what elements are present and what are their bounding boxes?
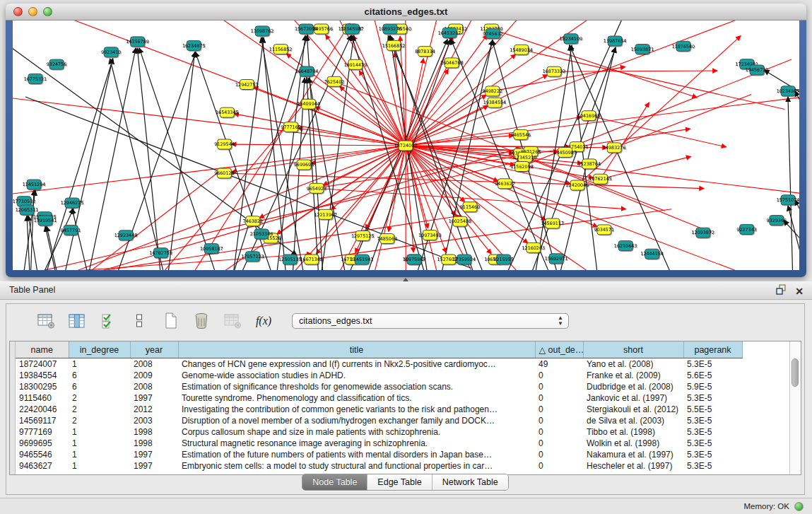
graph-node[interactable]: 12093872 bbox=[692, 228, 715, 238]
table-cell[interactable]: 2 bbox=[69, 415, 130, 426]
table-cell[interactable]: 0 bbox=[535, 370, 583, 381]
table-cell[interactable]: 2 bbox=[69, 404, 130, 415]
table-cell[interactable]: 9777169 bbox=[16, 426, 69, 438]
graph-node[interactable]: 7485063 bbox=[377, 234, 397, 244]
table-cell[interactable]: Estimation of the future numbers of pati… bbox=[178, 449, 535, 460]
table-cell[interactable]: Franke et al. (2009) bbox=[583, 370, 683, 381]
graph-node[interactable]: 16671368 bbox=[300, 255, 324, 264]
table-cell[interactable]: 1997 bbox=[130, 449, 178, 460]
table-row[interactable]: 946362711997Embryonic stem cells: a mode… bbox=[16, 460, 742, 472]
table-cell[interactable]: 1997 bbox=[130, 460, 178, 472]
table-cell[interactable]: Embryonic stem cells: a model to study s… bbox=[178, 460, 535, 472]
network-canvas[interactable]: 1830029594636279115460100254881097349374… bbox=[13, 21, 799, 270]
table-cell[interactable]: 1997 bbox=[130, 392, 178, 404]
graph-node[interactable]: 10234987 bbox=[777, 86, 799, 96]
graph-edge[interactable] bbox=[788, 206, 799, 270]
graph-node[interactable]: 15751074 bbox=[777, 195, 799, 205]
graph-node[interactable]: 10958187 bbox=[200, 244, 223, 254]
table-cell[interactable]: 5.3E-5 bbox=[683, 392, 742, 404]
column-header-in_degree[interactable]: in_degree bbox=[69, 341, 130, 358]
graph-node[interactable]: 9129544 bbox=[214, 139, 234, 149]
table-cell[interactable]: Yano et al. (2008) bbox=[583, 358, 683, 370]
graph-edge[interactable] bbox=[530, 47, 616, 270]
graph-node[interactable]: 12923448 bbox=[114, 230, 138, 240]
table-cell[interactable]: 2008 bbox=[130, 358, 178, 370]
graph-edge[interactable] bbox=[326, 35, 406, 146]
table-cell[interactable]: 9463627 bbox=[16, 460, 69, 472]
column-header-title[interactable]: title bbox=[178, 341, 535, 358]
select-rows-button[interactable] bbox=[98, 311, 118, 331]
table-cell[interactable]: Wolkin et al. (1998) bbox=[583, 438, 683, 449]
table-cell[interactable]: 5.3E-5 bbox=[683, 438, 742, 449]
table-cell[interactable]: 1 bbox=[69, 460, 130, 472]
graph-node[interactable]: 7625402 bbox=[324, 76, 344, 86]
table-cell[interactable]: 18724007 bbox=[16, 358, 69, 370]
graph-node[interactable]: 9034571 bbox=[594, 225, 614, 235]
table-cell[interactable]: Jankovic et al. (1997) bbox=[583, 392, 683, 404]
graph-edge[interactable] bbox=[232, 144, 406, 146]
table-cell[interactable]: Nakamura et al. (1997) bbox=[583, 449, 683, 460]
graph-node[interactable]: 9329366 bbox=[767, 216, 787, 226]
graph-node[interactable]: 9463627 bbox=[495, 179, 514, 189]
table-cell[interactable]: 0 bbox=[535, 404, 583, 415]
graph-edge[interactable] bbox=[554, 71, 717, 71]
table-cell[interactable]: 49 bbox=[535, 358, 583, 370]
delete-table-button[interactable] bbox=[223, 311, 242, 331]
network-window-titlebar[interactable]: citations_edges.txt bbox=[6, 4, 806, 21]
graph-edge[interactable] bbox=[64, 59, 113, 270]
table-cell[interactable]: 5.6E-5 bbox=[683, 370, 742, 381]
table-row[interactable]: 946554611997Estimation of the future num… bbox=[16, 449, 742, 460]
graph-node[interactable]: 7463822 bbox=[243, 216, 263, 226]
graph-edge[interactable] bbox=[311, 146, 406, 163]
graph-node[interactable]: 18234109 bbox=[560, 34, 583, 44]
table-cell[interactable]: Investigating the contribution of common… bbox=[178, 404, 535, 415]
graph-node[interactable]: 16648784 bbox=[295, 66, 319, 76]
close-button[interactable] bbox=[13, 7, 23, 16]
table-cell[interactable]: 1 bbox=[69, 449, 130, 460]
table-row[interactable]: 977716911998Corpus callosum shape and si… bbox=[16, 426, 742, 438]
graph-edge[interactable] bbox=[13, 98, 406, 146]
table-cell[interactable]: 2009 bbox=[130, 370, 178, 381]
graph-edge[interactable] bbox=[522, 49, 785, 109]
graph-edge[interactable] bbox=[795, 91, 799, 117]
table-cell[interactable]: 18300295 bbox=[16, 381, 69, 392]
table-cell[interactable]: 1998 bbox=[130, 426, 178, 438]
graph-edge[interactable] bbox=[795, 200, 799, 227]
graph-node[interactable]: 9699695 bbox=[294, 160, 314, 170]
column-header-out_degree[interactable]: △ out_de… bbox=[535, 341, 583, 358]
graph-edge[interactable] bbox=[406, 95, 486, 146]
graph-node[interactable]: 13987654 bbox=[604, 36, 627, 46]
table-row[interactable]: 1872400712008Changes of HCN gene express… bbox=[16, 358, 742, 370]
table-row[interactable]: 1830029562008Estimation of significance … bbox=[16, 381, 742, 392]
graph-node[interactable]: 8878334 bbox=[415, 47, 435, 57]
graph-node[interactable]: 9115460 bbox=[460, 202, 480, 212]
graph-node[interactable]: 9745632 bbox=[483, 29, 502, 39]
table-row[interactable]: 969969511998Structural magnetic resonanc… bbox=[16, 438, 742, 449]
graph-node[interactable]: 16873322 bbox=[543, 66, 566, 76]
graph-node[interactable]: 11451294 bbox=[23, 180, 46, 189]
table-cell[interactable]: Corpus callosum shape and size in male p… bbox=[178, 426, 535, 438]
tab-edge-table[interactable]: Edge Table bbox=[367, 474, 431, 490]
graph-edge[interactable] bbox=[570, 45, 598, 270]
graph-edge[interactable] bbox=[168, 52, 195, 270]
graph-edge[interactable] bbox=[406, 146, 799, 194]
table-cell[interactable]: 5.9E-5 bbox=[683, 381, 742, 392]
table-cell[interactable]: Stergiakouli et al. (2012) bbox=[583, 404, 683, 415]
table-cell[interactable]: 2012 bbox=[130, 404, 178, 415]
table-cell[interactable]: 0 bbox=[535, 392, 583, 404]
table-panel-titlebar[interactable]: Table Panel ✕ bbox=[0, 281, 812, 300]
graph-node[interactable]: 17359924 bbox=[453, 255, 476, 264]
table-cell[interactable]: 9115460 bbox=[16, 392, 69, 404]
graph-node[interactable]: 9654923 bbox=[307, 183, 326, 193]
graph-edge[interactable] bbox=[601, 103, 649, 179]
table-cell[interactable]: Structural magnetic resonance image aver… bbox=[178, 438, 535, 449]
graph-node[interactable]: 9660128 bbox=[214, 168, 234, 178]
table-cell[interactable]: 9465546 bbox=[16, 449, 69, 460]
graph-node[interactable]: 15489034 bbox=[510, 45, 533, 54]
table-selector[interactable]: citations_edges.txt ▲▼ bbox=[292, 313, 569, 329]
table-cell[interactable]: 0 bbox=[535, 426, 583, 438]
graph-node[interactable]: 16782759 bbox=[149, 248, 172, 258]
table-cell[interactable]: 14569117 bbox=[16, 415, 69, 426]
graph-edge[interactable] bbox=[28, 216, 38, 270]
table-cell[interactable]: Disruption of a novel member of a sodium… bbox=[178, 415, 535, 426]
